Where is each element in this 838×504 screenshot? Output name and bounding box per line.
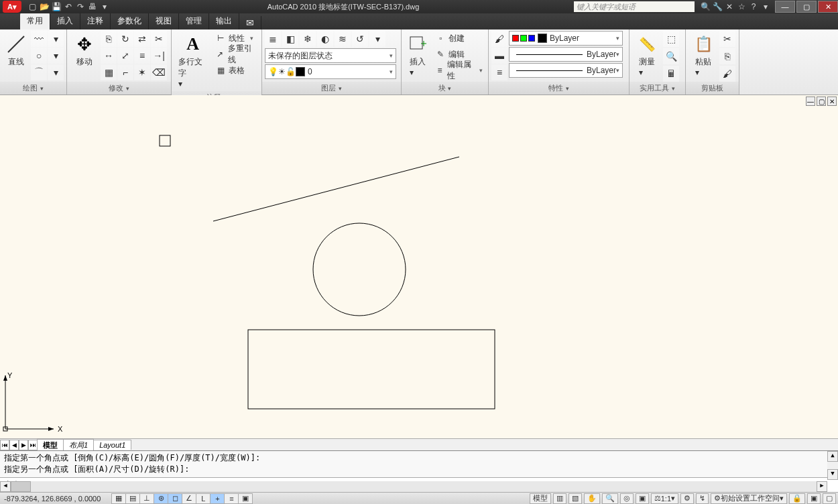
- help-dropdown-icon[interactable]: ▾: [760, 1, 771, 12]
- pan-icon[interactable]: ✋: [584, 493, 600, 504]
- panel-layers-title[interactable]: 图层 ▾: [262, 82, 401, 94]
- paste-button[interactable]: 📋 粘贴▾: [689, 31, 718, 80]
- extend-icon[interactable]: →|: [151, 48, 167, 64]
- array-icon[interactable]: ▦: [101, 64, 117, 80]
- color-combo[interactable]: ByLayer▾: [509, 31, 623, 46]
- favorite-icon[interactable]: ☆: [736, 1, 747, 12]
- lineweight-combo[interactable]: ByLayer▾: [509, 47, 623, 62]
- current-layer-combo[interactable]: 💡 ☀ 🔓 0 ▾: [265, 64, 396, 79]
- scroll-down-icon[interactable]: ▼: [827, 469, 838, 480]
- linetype-combo[interactable]: ByLayer▾: [509, 63, 623, 78]
- model-space-toggle[interactable]: 模型: [530, 493, 551, 504]
- erase-icon[interactable]: ⌫: [151, 64, 167, 80]
- table-button[interactable]: ▦ 表格: [213, 63, 259, 78]
- tab-annotate[interactable]: 注释: [80, 13, 111, 29]
- arc-icon[interactable]: ⌒: [31, 64, 47, 80]
- close-button[interactable]: ✕: [818, 1, 838, 13]
- mail-icon[interactable]: ✉: [239, 16, 261, 29]
- lwt-icon[interactable]: ≡: [224, 493, 239, 504]
- workspace-switch[interactable]: ⚙初始设置工作空间▾: [711, 493, 787, 504]
- layer-prev-icon[interactable]: ↺: [352, 31, 368, 47]
- help-icon[interactable]: ?: [748, 1, 759, 12]
- matchprop-icon[interactable]: 🖌: [491, 31, 507, 47]
- tab-home[interactable]: 常用: [20, 13, 50, 29]
- copy-icon[interactable]: ⎘: [101, 31, 117, 47]
- insert-block-button[interactable]: 插入▾: [404, 31, 431, 80]
- cmd-vscrollbar[interactable]: ▲ ▼: [827, 451, 838, 480]
- ducs-icon[interactable]: L: [196, 493, 211, 504]
- save-icon[interactable]: 💾: [51, 1, 62, 12]
- polyline-icon[interactable]: 〰: [31, 31, 47, 47]
- trim-icon[interactable]: ✂: [151, 31, 167, 47]
- mirror-icon[interactable]: ⇄: [134, 31, 150, 47]
- tab-last-icon[interactable]: ⏭: [28, 440, 38, 450]
- viewport-minimize-icon[interactable]: —: [806, 97, 815, 106]
- ortho-icon[interactable]: ⊥: [139, 493, 154, 504]
- tab-insert[interactable]: 插入: [50, 13, 80, 29]
- circle-icon[interactable]: ○: [31, 48, 47, 64]
- mtext-button[interactable]: A 多行文字▾: [174, 31, 211, 91]
- arc-dropdown-icon[interactable]: ▾: [48, 31, 64, 47]
- stretch-icon[interactable]: ↔: [101, 48, 117, 64]
- drawing-area[interactable]: — ▢ ✕ Y X: [0, 95, 838, 438]
- layer-more-icon[interactable]: ▾: [369, 31, 385, 47]
- redo-icon[interactable]: ↷: [75, 1, 86, 12]
- minimize-button[interactable]: —: [775, 1, 795, 13]
- viewport-close-icon[interactable]: ✕: [827, 97, 837, 106]
- quickselect-icon[interactable]: 🔍: [663, 48, 679, 64]
- scroll-thumb[interactable]: [11, 481, 31, 492]
- annoscale-icon[interactable]: ⚖ 1:1▾: [651, 493, 678, 504]
- cmd-hscrollbar[interactable]: ◀ ▶: [0, 481, 827, 492]
- list-icon[interactable]: ≡: [491, 64, 507, 80]
- clean-screen-icon[interactable]: ▢: [823, 493, 836, 504]
- explode-icon[interactable]: ✶: [134, 64, 150, 80]
- polar-icon[interactable]: ⊛: [154, 493, 168, 504]
- print-icon[interactable]: 🖶: [87, 1, 98, 12]
- annovis-icon[interactable]: ⚙: [680, 493, 694, 504]
- panel-utilities-title[interactable]: 实用工具 ▾: [630, 82, 685, 94]
- hardware-accel-icon[interactable]: ▣: [807, 493, 821, 504]
- rotate-icon[interactable]: ↻: [117, 31, 133, 47]
- annoauto-icon[interactable]: ↯: [696, 493, 709, 504]
- panel-draw-title[interactable]: 绘图 ▾: [0, 82, 66, 94]
- panel-block-title[interactable]: 块 ▾: [402, 82, 488, 94]
- block-create-button[interactable]: ▫ 创建: [432, 31, 485, 46]
- toolbar-lock-icon[interactable]: 🔒: [789, 493, 805, 504]
- tab-model[interactable]: 模型: [37, 439, 64, 451]
- tab-next-icon[interactable]: ▶: [19, 440, 28, 450]
- tab-manage[interactable]: 管理: [179, 13, 209, 29]
- layer-freeze-icon[interactable]: ❄: [300, 31, 316, 47]
- search-icon[interactable]: 🔍: [700, 1, 711, 12]
- maximize-button[interactable]: ▢: [796, 1, 817, 13]
- matchfmt-icon[interactable]: 🖌: [719, 66, 735, 82]
- move-button[interactable]: ✥ 移动: [70, 31, 99, 70]
- layer-match-icon[interactable]: ≋: [335, 31, 351, 47]
- scale-icon[interactable]: ⤢: [117, 48, 133, 64]
- viewport-restore-icon[interactable]: ▢: [817, 97, 826, 106]
- arc2-dropdown-icon[interactable]: ▾: [48, 64, 64, 80]
- infocenter-search[interactable]: 键入关键字或短语: [574, 1, 695, 12]
- steering-wheel-icon[interactable]: ◎: [620, 493, 634, 504]
- zoom-icon[interactable]: 🔍: [602, 493, 618, 504]
- quickview-layouts-icon[interactable]: ▥: [553, 493, 566, 504]
- key-icon[interactable]: 🔧: [712, 1, 723, 12]
- scroll-left-icon[interactable]: ◀: [0, 481, 11, 492]
- layer-props-icon[interactable]: ≣: [265, 31, 281, 47]
- panel-modify-title[interactable]: 修改 ▾: [67, 82, 171, 94]
- qat-dropdown-icon[interactable]: ▾: [99, 1, 110, 12]
- offset-icon[interactable]: ≡: [134, 48, 150, 64]
- line-button[interactable]: 直线: [3, 31, 29, 70]
- copy-clip-icon[interactable]: ⎘: [719, 48, 735, 64]
- app-menu-icon[interactable]: A▾: [3, 1, 21, 13]
- scroll-up-icon[interactable]: ▲: [827, 451, 838, 462]
- fillet-icon[interactable]: ⌐: [117, 64, 133, 80]
- scroll-right-icon[interactable]: ▶: [817, 481, 827, 492]
- qp-icon[interactable]: ▣: [238, 493, 253, 504]
- tab-output[interactable]: 输出: [209, 13, 239, 29]
- quickview-drawings-icon[interactable]: ▧: [568, 493, 582, 504]
- otrack-icon[interactable]: ∠: [182, 493, 196, 504]
- layer-state-combo[interactable]: 未保存的图层状态▾: [265, 48, 396, 63]
- grid-icon[interactable]: ▤: [125, 493, 140, 504]
- tab-first-icon[interactable]: ⏮: [0, 440, 9, 450]
- osnap-icon[interactable]: ◻: [168, 493, 182, 504]
